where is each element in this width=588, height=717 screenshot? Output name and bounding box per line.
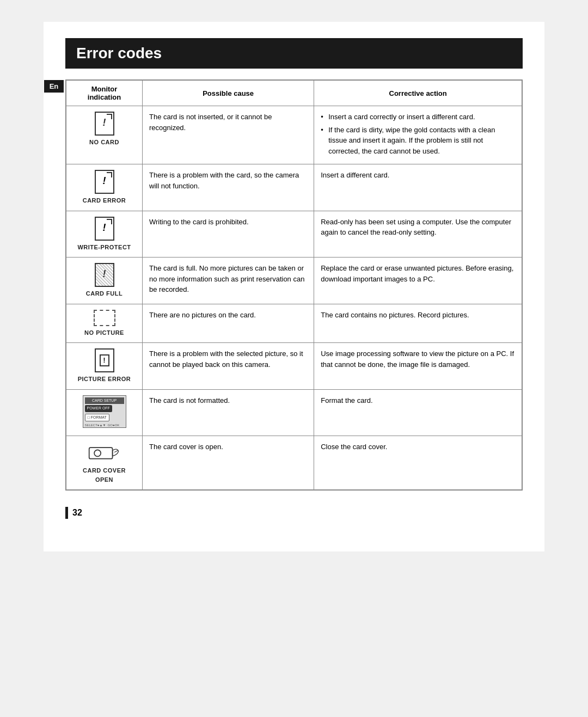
picture-err-icon: ! <box>95 348 114 372</box>
action-cell-card-error: Insert a different card. <box>314 164 522 211</box>
monitor-cell-no-card: ! NO CARD <box>66 106 143 164</box>
page-number-area: 32 <box>65 507 523 519</box>
table-row: NO PICTURE There are no pictures on the … <box>66 304 522 343</box>
cause-cell-card-cover-open: The card cover is open. <box>143 436 314 490</box>
cause-cell-no-picture: There are no pictures on the card. <box>143 304 314 343</box>
format-btn-icon: □ FORMAT <box>85 414 109 422</box>
table-header-row: Monitorindication Possible cause Correct… <box>66 81 522 106</box>
action-cell-card-cover-open: Close the card cover. <box>314 436 522 490</box>
col-header-action: Corrective action <box>314 81 522 106</box>
action-bullet-list: Insert a card correctly or insert a diff… <box>321 112 515 156</box>
cause-cell-card-error: There is a problem with the card, so the… <box>143 164 314 211</box>
card-icon-write-protect: ! <box>95 217 114 241</box>
action-cell-picture-error: Use image processing software to view th… <box>314 343 522 390</box>
no-card-label: NO CARD <box>89 138 119 147</box>
page-title: Error codes <box>76 45 512 62</box>
cause-cell-no-card: The card is not inserted, or it cannot b… <box>143 106 314 164</box>
error-codes-table-wrapper: En Monitorindication Possible cause Corr… <box>65 79 523 491</box>
icon-wrap-write-protect: ! WRITE-PROTECT <box>73 217 136 252</box>
action-cell-no-card: Insert a card correctly or insert a diff… <box>314 106 522 164</box>
card-icon-no-card: ! <box>95 112 114 136</box>
icon-wrap-card-full: ! CARD FULL <box>73 263 136 298</box>
table-row: ! CARD FULL The card is full. No more pi… <box>66 258 522 304</box>
card-icon-card-error: ! <box>95 170 114 194</box>
page-number: 32 <box>72 508 82 518</box>
monitor-cell-card-cover-open: CARD COVEROPEN <box>66 436 143 490</box>
no-picture-label: NO PICTURE <box>84 328 124 338</box>
card-full-label: CARD FULL <box>86 289 122 298</box>
picture-error-label: PICTURE ERROR <box>78 375 131 384</box>
table-row: ! CARD ERROR There is a problem with the… <box>66 164 522 211</box>
svg-line-3 <box>114 450 118 452</box>
card-error-label: CARD ERROR <box>83 196 126 205</box>
action-cell-no-picture: The card contains no pictures. Record pi… <box>314 304 522 343</box>
svg-point-1 <box>94 450 101 456</box>
action-bullet-item: Insert a card correctly or insert a diff… <box>321 112 515 122</box>
format-screen-icon: CARD SETUP POWER OFF □ FORMAT SELECT●▲▼ … <box>83 395 126 428</box>
cause-cell-format: The card is not formatted. <box>143 389 314 436</box>
monitor-cell-card-full: ! CARD FULL <box>66 258 143 304</box>
write-protect-label: WRITE-PROTECT <box>77 243 131 252</box>
cause-cell-picture-error: There is a problem with the selected pic… <box>143 343 314 390</box>
page-num-bar <box>65 507 68 519</box>
format-screen-select-row: SELECT●▲▼ GO●OK <box>85 423 124 428</box>
icon-wrap-format: CARD SETUP POWER OFF □ FORMAT SELECT●▲▼ … <box>73 395 136 430</box>
col-header-monitor: Monitorindication <box>66 81 143 106</box>
cause-cell-write-protect: Writing to the card is prohibited. <box>143 211 314 258</box>
table-row: ! WRITE-PROTECT Writing to the card is p… <box>66 211 522 258</box>
error-codes-table: Monitorindication Possible cause Correct… <box>66 80 522 490</box>
exclaim-icon: ! <box>103 267 106 281</box>
table-row: CARD COVEROPEN The card cover is open. C… <box>66 436 522 490</box>
card-cover-open-label: CARD COVEROPEN <box>83 466 126 484</box>
format-screen-title: CARD SETUP <box>85 397 124 405</box>
exclaim-box-icon: ! <box>100 354 109 366</box>
table-row: ! PICTURE ERROR There is a problem with … <box>66 343 522 390</box>
cause-cell-card-full: The card is full. No more pictures can b… <box>143 258 314 304</box>
monitor-cell-picture-error: ! PICTURE ERROR <box>66 343 143 390</box>
col-header-cause: Possible cause <box>143 81 314 106</box>
icon-wrap-card-cover-open: CARD COVEROPEN <box>73 442 136 485</box>
exclaim-icon: ! <box>103 115 106 130</box>
dashed-rect-icon <box>94 310 115 326</box>
icon-wrap-no-card: ! NO CARD <box>73 112 136 147</box>
page-title-bar: Error codes <box>65 38 523 69</box>
monitor-cell-card-error: ! CARD ERROR <box>66 164 143 211</box>
page: Error codes En Monitorindication Possibl… <box>44 22 544 551</box>
card-cover-icon <box>88 442 121 464</box>
monitor-cell-no-picture: NO PICTURE <box>66 304 143 343</box>
exclaim-icon: ! <box>103 174 106 188</box>
action-cell-format: Format the card. <box>314 389 522 436</box>
table-row: CARD SETUP POWER OFF □ FORMAT SELECT●▲▼ … <box>66 389 522 436</box>
en-badge: En <box>44 80 64 93</box>
power-off-btn-icon: POWER OFF <box>85 405 112 412</box>
action-cell-write-protect: Read-only has been set using a computer.… <box>314 211 522 258</box>
monitor-cell-write-protect: ! WRITE-PROTECT <box>66 211 143 258</box>
card-cover-svg <box>88 442 121 461</box>
exclaim-icon: ! <box>103 220 106 235</box>
icon-wrap-no-picture: NO PICTURE <box>73 310 136 338</box>
card-icon-card-full: ! <box>95 263 114 287</box>
action-cell-card-full: Replace the card or erase unwanted pictu… <box>314 258 522 304</box>
icon-wrap-card-error: ! CARD ERROR <box>73 170 136 205</box>
monitor-cell-format: CARD SETUP POWER OFF □ FORMAT SELECT●▲▼ … <box>66 389 143 436</box>
icon-wrap-picture-error: ! PICTURE ERROR <box>73 348 136 384</box>
table-row: ! NO CARD The card is not inserted, or i… <box>66 106 522 164</box>
action-bullet-item: If the card is dirty, wipe the gold cont… <box>321 125 515 157</box>
